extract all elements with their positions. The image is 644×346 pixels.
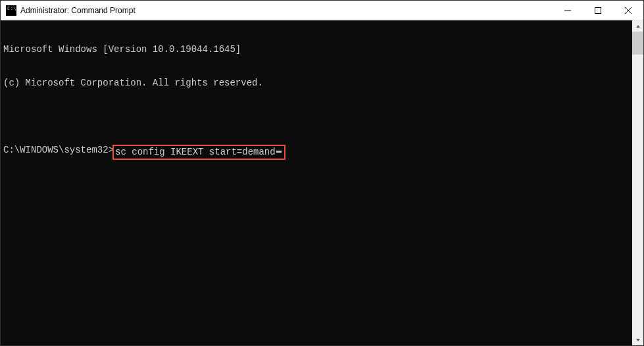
scroll-down-button[interactable]: [632, 334, 643, 345]
terminal-cursor: [276, 151, 282, 153]
cmd-icon-text: C:\.: [7, 7, 20, 11]
terminal-output-line: (c) Microsoft Corporation. All rights re…: [3, 78, 630, 89]
chevron-up-icon: [635, 24, 641, 29]
terminal-blank-line: [3, 111, 630, 122]
scroll-track[interactable]: [632, 32, 643, 334]
minimize-icon: [564, 7, 571, 14]
svg-rect-1: [595, 7, 601, 13]
command-highlight-box: sc config IKEEXT start=demand: [112, 145, 285, 160]
vertical-scrollbar[interactable]: [632, 20, 643, 345]
svg-marker-4: [636, 25, 640, 28]
scroll-thumb[interactable]: [632, 32, 643, 55]
cmd-icon: C:\.: [6, 5, 16, 16]
terminal-prompt: C:\WINDOWS\system32>: [3, 145, 114, 156]
maximize-icon: [595, 7, 601, 14]
command-prompt-window: C:\. Administrator: Command Prompt Micro…: [0, 0, 644, 346]
window-controls: [553, 1, 643, 20]
maximize-button[interactable]: [583, 1, 613, 20]
chevron-down-icon: [635, 337, 641, 343]
titlebar[interactable]: C:\. Administrator: Command Prompt: [1, 1, 643, 20]
close-icon: [625, 7, 632, 14]
minimize-button[interactable]: [553, 1, 583, 20]
terminal-command: sc config IKEEXT start=demand: [115, 147, 276, 158]
close-button[interactable]: [613, 1, 643, 20]
window-title: Administrator: Command Prompt: [20, 6, 553, 15]
svg-marker-5: [636, 339, 640, 341]
terminal[interactable]: Microsoft Windows [Version 10.0.19044.16…: [1, 20, 632, 345]
terminal-output-line: Microsoft Windows [Version 10.0.19044.16…: [3, 44, 630, 55]
scroll-up-button[interactable]: [632, 20, 643, 32]
terminal-area: Microsoft Windows [Version 10.0.19044.16…: [1, 20, 643, 345]
terminal-prompt-line: C:\WINDOWS\system32>sc config IKEEXT sta…: [3, 145, 630, 160]
